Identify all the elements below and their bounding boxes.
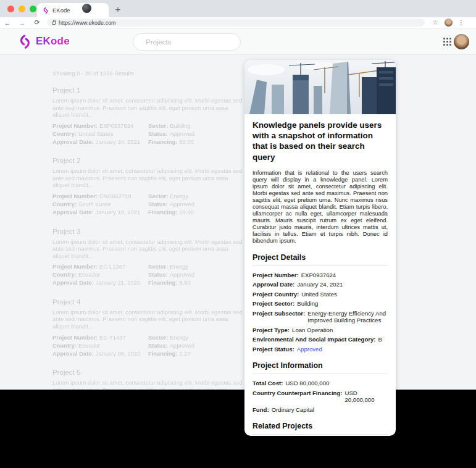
results-summary: Showing 0 - 20 of 1256 Results <box>52 70 245 77</box>
detail-row: Approval Date:January 24, 2021 <box>253 281 388 288</box>
field-label: Project Number: <box>52 193 98 199</box>
field-value: Energy <box>170 193 188 199</box>
forward-icon[interactable]: → <box>15 19 30 27</box>
minimize-window-button[interactable] <box>19 6 25 12</box>
detail-value: B <box>378 336 388 343</box>
divider <box>253 374 388 374</box>
detail-value: Building <box>297 300 388 307</box>
reload-icon[interactable]: ⟳ <box>30 19 44 27</box>
result-fields: Project Number:ENG682710 Sector:Energy C… <box>52 193 245 216</box>
result-description: Lorem ipsum dolor sit amet, consectetur … <box>52 97 245 119</box>
field-label: Sector: <box>148 263 168 270</box>
black-backdrop <box>0 390 476 468</box>
field-label: Approval Date: <box>52 279 94 286</box>
tab-title: EKode <box>52 7 70 14</box>
favicon-icon <box>43 7 49 14</box>
field-label: Country: <box>52 271 77 278</box>
result-title[interactable]: Project 4 <box>52 298 245 306</box>
field-value: Ecuador <box>78 271 100 278</box>
detail-row: Environmental And Social Impact Category… <box>253 336 388 343</box>
browser-tab[interactable]: EKode <box>37 3 109 17</box>
field-label: Country: <box>52 201 77 207</box>
field-value: South Korea <box>78 201 111 207</box>
field-value: Approved <box>170 271 194 278</box>
detail-label: Project Number: <box>253 272 299 279</box>
result-title[interactable]: Project 3 <box>52 228 245 235</box>
field-value: EC-T1437 <box>99 334 126 341</box>
field-value: United States <box>78 130 113 137</box>
detail-value: United States <box>301 291 388 298</box>
search-input[interactable] <box>144 38 242 46</box>
info-label: Country Counterpart Financing: <box>253 390 343 404</box>
result-title[interactable]: Project 2 <box>52 157 245 164</box>
close-window-button[interactable] <box>7 6 14 12</box>
details-heading: Project Details <box>253 253 388 262</box>
maximize-window-button[interactable] <box>30 6 36 12</box>
detail-value: Loan Operation <box>292 327 388 334</box>
detail-label: Approval Date: <box>253 281 294 288</box>
ekode-logo-icon <box>19 34 31 49</box>
result-description: Lorem ipsum dolor sit amet, consectetur … <box>52 309 245 330</box>
field-value: January 21, 2020 <box>96 279 140 286</box>
info-row: Country Counterpart Financing:USD 20,000… <box>253 390 388 404</box>
detail-label: Project Status: <box>253 346 294 353</box>
field-label: Approval Date: <box>52 209 94 215</box>
field-value: Energy <box>170 263 188 270</box>
field-value: January 10, 2021 <box>96 209 140 215</box>
info-heading: Project Information <box>253 361 388 370</box>
status-link[interactable]: Approved <box>297 346 388 353</box>
field-label: Financing: <box>148 350 177 357</box>
field-label: Status: <box>148 130 168 137</box>
field-label: Project Number: <box>52 263 98 270</box>
browser-tab-strip: EKode + <box>0 0 476 17</box>
field-value: 50.00 <box>179 209 193 215</box>
field-value: January 24, 2021 <box>96 138 140 145</box>
info-label: Fund: <box>253 406 269 414</box>
result-item[interactable]: Project 2 Lorem ipsum dolor sit amet, co… <box>52 157 245 215</box>
search-bar[interactable] <box>133 33 241 51</box>
detail-value: EXP0937624 <box>301 272 388 279</box>
browser-menu-icon[interactable]: ⋮ <box>458 19 464 26</box>
new-tab-button[interactable]: + <box>111 2 125 16</box>
browser-toolbar: ← → ⟳ https://www.ekode.com ☆ ⋮ <box>0 17 476 28</box>
info-row: Total Cost:USD 80,000,000 <box>253 380 388 387</box>
ekode-logo[interactable]: EKode <box>19 34 70 49</box>
url-text: https://www.ekode.com <box>59 20 116 26</box>
field-value: Approved <box>170 130 194 137</box>
user-avatar[interactable] <box>454 34 469 49</box>
construction-hero-image <box>244 60 396 114</box>
field-value: Ecuador <box>78 342 100 349</box>
field-label: Sector: <box>148 334 168 341</box>
address-bar[interactable]: https://www.ekode.com <box>47 19 425 27</box>
detail-label: Environmental And Social Impact Category… <box>253 336 376 343</box>
result-title[interactable]: Project 5 <box>52 369 245 376</box>
bookmark-star-icon[interactable]: ☆ <box>432 19 438 27</box>
field-value: ENG682710 <box>99 193 132 199</box>
result-title[interactable]: Project 1 <box>52 86 245 94</box>
field-label: Approval Date: <box>52 138 94 145</box>
result-item[interactable]: Project 3 Lorem ipsum dolor sit amet, co… <box>52 228 245 286</box>
divider <box>253 434 388 435</box>
logo-wordmark: EKode <box>36 35 70 48</box>
back-icon[interactable]: ← <box>0 19 15 27</box>
field-label: Financing: <box>148 209 177 215</box>
detail-row: Project Type:Loan Operation <box>253 327 388 334</box>
browser-window: EKode + ← → ⟳ https://www.ekode.com ☆ ⋮ … <box>0 0 476 468</box>
result-fields: Project Number:EC-T1437 Sector:Energy Co… <box>52 334 245 357</box>
apps-grid-icon[interactable] <box>443 38 451 46</box>
result-item[interactable]: Project 4 Lorem ipsum dolor sit amet, co… <box>52 298 245 357</box>
field-value: 5.50 <box>179 279 190 286</box>
field-label: Sector: <box>148 122 168 129</box>
result-description: Lorem ipsum dolor sit amet, consectetur … <box>52 167 245 189</box>
lock-icon <box>52 22 56 25</box>
browser-app-icon <box>82 4 91 13</box>
field-label: Approval Date: <box>52 350 94 357</box>
detail-label: Project Sector: <box>253 300 294 307</box>
result-item[interactable]: Project 1 Lorem ipsum dolor sit amet, co… <box>52 86 245 145</box>
field-value: 80.00 <box>179 138 193 145</box>
field-value: Energy <box>170 334 188 341</box>
detail-label: Project Subsector: <box>253 310 305 324</box>
browser-profile-avatar[interactable] <box>445 19 453 27</box>
divider <box>253 265 388 266</box>
field-label: Sector: <box>148 193 168 199</box>
